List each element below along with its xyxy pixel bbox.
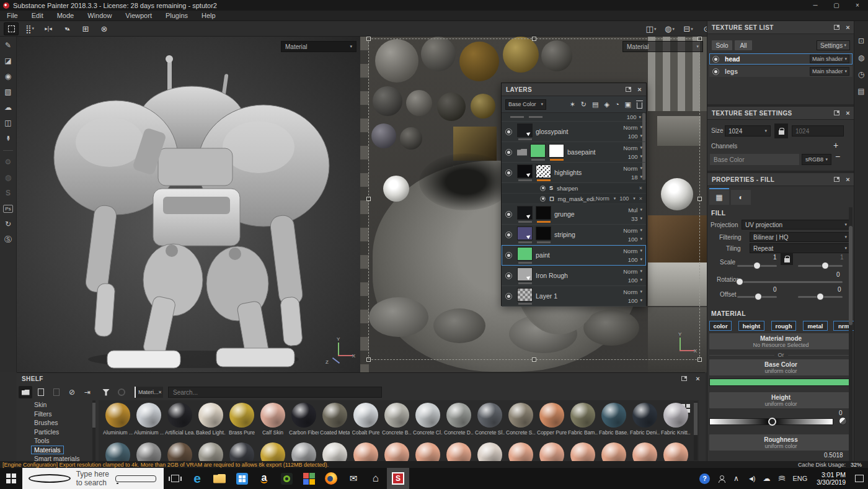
material-item[interactable] (443, 442, 474, 462)
shelf-category-brushes[interactable]: Brushes (17, 418, 92, 428)
menu-edit[interactable]: Edit (25, 11, 50, 21)
material-item[interactable] (164, 442, 195, 462)
tray-notification-icon[interactable] (851, 468, 868, 489)
resource-updater-icon[interactable]: ↻ (2, 218, 14, 230)
height-button[interactable]: Height uniform color (709, 392, 852, 408)
all-button[interactable]: All (735, 40, 752, 50)
material-item[interactable]: Cobalt Pure (350, 403, 381, 436)
material-item[interactable] (505, 442, 536, 462)
viewport-sphere-icon[interactable]: ◍▾ (662, 22, 677, 35)
material-item[interactable]: Fabric Base... (598, 403, 629, 436)
material-item[interactable]: Artificial Lea... (164, 403, 195, 436)
material-item[interactable]: Coated Metal (319, 403, 350, 436)
remove-effect-icon[interactable]: × (639, 195, 642, 202)
layer-thumbnail[interactable] (517, 164, 533, 181)
smudge-tool-icon[interactable]: ☁ (2, 101, 14, 114)
layer-thumbnail[interactable] (517, 227, 533, 243)
notifications-bell-icon[interactable]: ◍ (2, 171, 14, 184)
shelf-search-input[interactable]: Search... (168, 387, 382, 398)
material-item[interactable] (319, 442, 350, 462)
tray-help-icon[interactable]: ? (695, 468, 714, 489)
layer-row-striping[interactable]: stripingNorm▾100▾ (502, 225, 646, 245)
polygon-fill-tool-icon[interactable]: ▧ (2, 86, 14, 98)
material-item[interactable] (536, 442, 567, 462)
material-item[interactable] (257, 442, 288, 462)
shader-dropdown[interactable]: Main shader▾ (810, 55, 849, 63)
taskbar-amazon-icon[interactable]: a (253, 468, 275, 489)
height-grayscale-toggle-icon[interactable] (839, 417, 847, 425)
close-button[interactable]: × (847, 0, 868, 11)
effect-row-sharpen[interactable]: Ssharpen× (502, 183, 646, 194)
effect-row-mg-mask-edi-[interactable]: ◻mg_mask_edi...Norm▾100▾× (502, 194, 646, 204)
blend-mode-dropdown[interactable]: Norm▾ (623, 165, 642, 172)
history-icon[interactable]: ◷ (857, 70, 866, 79)
offset-y-slider[interactable] (798, 296, 843, 298)
tray-people-icon[interactable] (714, 468, 729, 489)
layer-row-grunge[interactable]: grungeMul▾33▾ (502, 204, 646, 225)
layer-visibility-icon[interactable] (505, 149, 512, 156)
blend-mode-dropdown[interactable]: Norm▾ (623, 289, 642, 295)
menu-window[interactable]: Window (81, 11, 118, 21)
shelf-category-tools[interactable]: Tools (17, 436, 92, 446)
filtering-dropdown[interactable]: Bilinear | HQ▾ (750, 232, 851, 242)
category-scrollbar[interactable] (92, 400, 95, 462)
material-item[interactable] (598, 442, 629, 462)
layer-thumbnail[interactable] (517, 123, 533, 140)
effect-blend-opacity[interactable]: Norm▾100▾ (596, 195, 636, 202)
scale-x-value[interactable]: 1 (773, 254, 777, 261)
split-view-icon[interactable]: ◫▾ (644, 22, 658, 35)
material-item[interactable] (102, 442, 133, 462)
layer-thumbnail[interactable] (549, 144, 564, 161)
material-item[interactable] (288, 442, 319, 462)
material-picker-icon[interactable]: ✒ (2, 132, 14, 145)
mirror-y-icon[interactable]: ▾▴ (60, 22, 74, 35)
solo-button[interactable]: Solo (712, 40, 732, 50)
layers-channel-dropdown[interactable]: Base Color▾ (505, 99, 546, 110)
add-folder-icon[interactable]: ▣ (625, 101, 631, 109)
roughness-button[interactable]: Roughness uniform color (709, 434, 852, 451)
layer-row-iron-rough[interactable]: Iron RoughNorm▾100▾ (502, 266, 646, 286)
material-item[interactable]: Brass Pure (226, 403, 257, 436)
settings-dropdown[interactable]: Settings▾ (817, 40, 850, 50)
material-item[interactable]: Fabric Bam... (567, 403, 598, 436)
effect-visibility-icon[interactable] (540, 186, 546, 191)
dock-icon[interactable] (834, 177, 839, 182)
visibility-toggle-icon[interactable] (712, 56, 719, 63)
blend-mode-dropdown[interactable]: Norm▾ (623, 124, 642, 131)
taskbar-green-app-icon[interactable] (275, 468, 298, 489)
projection-tool-icon[interactable]: ◉ (2, 70, 14, 83)
reset-symmetry-icon[interactable]: ⊗ (97, 22, 112, 35)
add-mask-icon[interactable]: ◔ (615, 101, 619, 108)
shading-mode-dropdown-2d[interactable]: Material▾ (622, 41, 703, 52)
base-color-button[interactable]: Base Color uniform color (709, 359, 852, 375)
maximize-button[interactable]: ▢ (826, 0, 847, 11)
layer-thumbnail[interactable] (536, 164, 551, 181)
material-item[interactable]: Concrete Cl... (412, 403, 443, 436)
offset-x-value[interactable]: 0 (773, 286, 777, 293)
shelf-category-particles[interactable]: Particles (17, 428, 92, 437)
channel-button-metal[interactable]: metal (803, 321, 828, 331)
material-item[interactable]: Fabric Deni... (629, 403, 660, 436)
material-item[interactable]: Copper Pure (536, 403, 567, 436)
layer-visibility-icon[interactable] (505, 211, 512, 218)
minimize-button[interactable]: ─ (805, 0, 826, 11)
shading-mode-dropdown-3d[interactable]: Material▾ (281, 41, 356, 52)
material-item[interactable] (133, 442, 164, 462)
tray-wifi-icon[interactable]: ))) (774, 468, 788, 489)
add-effect-icon[interactable]: ✶ (570, 101, 575, 109)
camera-view-icon[interactable]: ⊟▾ (681, 22, 696, 35)
material-item[interactable]: Baked Light... (195, 403, 226, 436)
layer-thumbnail[interactable] (536, 227, 551, 243)
transform-tool-icon[interactable] (4, 22, 19, 35)
material-item[interactable]: Fabric Knitt... (660, 403, 691, 436)
material-mode-button[interactable]: Material mode No Resource Selected (709, 333, 852, 349)
dock-icon[interactable] (834, 110, 839, 115)
layer-thumbnail[interactable] (536, 206, 551, 223)
save-resource-icon[interactable] (50, 386, 63, 398)
height-value[interactable]: 0 (839, 410, 843, 416)
tiling-dropdown[interactable]: Repeat▾ (750, 243, 851, 253)
shelf-category-filters[interactable]: Filters (17, 410, 92, 419)
menu-plugins[interactable]: Plugins (159, 11, 195, 21)
taskbar-edge-icon[interactable]: e (186, 468, 208, 489)
taskbar-substance-painter-icon[interactable]: S (387, 468, 409, 489)
